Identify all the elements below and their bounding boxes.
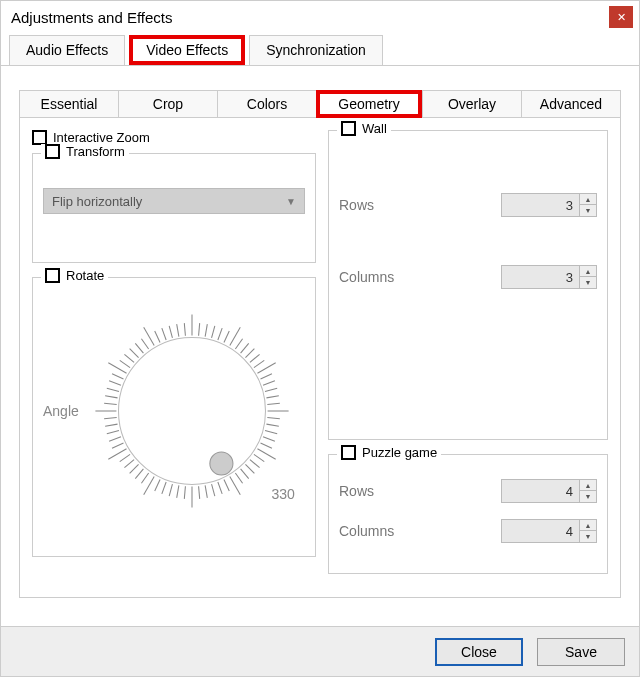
footer: Close Save bbox=[1, 626, 639, 676]
stepper-up-icon[interactable]: ▲ bbox=[580, 480, 596, 491]
svg-line-4 bbox=[211, 326, 214, 338]
tab-essential[interactable]: Essential bbox=[19, 90, 118, 118]
svg-line-10 bbox=[245, 349, 254, 358]
rotate-checkbox[interactable] bbox=[45, 268, 60, 283]
tab-video-effects[interactable]: Video Effects bbox=[129, 35, 245, 65]
tab-overlay[interactable]: Overlay bbox=[422, 90, 521, 118]
tab-advanced[interactable]: Advanced bbox=[521, 90, 621, 118]
svg-line-18 bbox=[267, 403, 280, 404]
stepper-down-icon[interactable]: ▼ bbox=[580, 277, 596, 288]
tab-colors[interactable]: Colors bbox=[217, 90, 316, 118]
svg-line-17 bbox=[266, 396, 278, 398]
right-column: Wall Rows 3 ▲▼ Columns 3 ▲▼ bbox=[328, 130, 608, 585]
svg-line-60 bbox=[112, 374, 123, 379]
svg-line-56 bbox=[104, 403, 117, 404]
close-button[interactable]: Close bbox=[435, 638, 523, 666]
svg-line-45 bbox=[135, 469, 143, 479]
svg-line-47 bbox=[124, 460, 134, 468]
titlebar: Adjustments and Effects ✕ bbox=[1, 1, 639, 33]
sub-tab-bar: Essential Crop Colors Geometry Overlay A… bbox=[19, 90, 621, 118]
stepper-down-icon[interactable]: ▼ bbox=[580, 491, 596, 502]
svg-line-21 bbox=[266, 424, 278, 426]
rotate-label: Rotate bbox=[66, 268, 104, 283]
wall-cols-value: 3 bbox=[502, 270, 579, 285]
svg-line-54 bbox=[104, 418, 117, 419]
svg-line-71 bbox=[176, 324, 178, 336]
svg-line-14 bbox=[260, 374, 271, 379]
svg-line-65 bbox=[135, 343, 143, 353]
svg-line-20 bbox=[267, 418, 280, 419]
transform-label: Transform bbox=[66, 144, 125, 159]
puzzle-cols-stepper[interactable]: 4 ▲▼ bbox=[501, 519, 597, 543]
puzzle-group: Puzzle game Rows 4 ▲▼ Columns 4 bbox=[328, 454, 608, 574]
svg-line-7 bbox=[230, 327, 241, 345]
svg-line-72 bbox=[184, 323, 185, 336]
svg-line-53 bbox=[105, 424, 117, 426]
puzzle-label: Puzzle game bbox=[362, 445, 437, 460]
svg-point-0 bbox=[118, 338, 265, 485]
svg-line-51 bbox=[109, 437, 121, 441]
angle-label: Angle bbox=[43, 403, 79, 419]
svg-line-26 bbox=[254, 454, 264, 461]
stepper-up-icon[interactable]: ▲ bbox=[580, 266, 596, 277]
svg-line-43 bbox=[144, 476, 155, 494]
svg-line-34 bbox=[211, 484, 214, 496]
tab-geometry[interactable]: Geometry bbox=[316, 90, 422, 118]
svg-line-22 bbox=[265, 431, 277, 434]
stepper-down-icon[interactable]: ▼ bbox=[580, 205, 596, 216]
transform-checkbox[interactable] bbox=[45, 144, 60, 159]
svg-line-30 bbox=[235, 473, 242, 483]
svg-line-6 bbox=[224, 331, 229, 342]
svg-line-63 bbox=[124, 354, 134, 362]
svg-line-57 bbox=[105, 396, 117, 398]
wall-group: Wall Rows 3 ▲▼ Columns 3 ▲▼ bbox=[328, 130, 608, 440]
svg-line-32 bbox=[224, 480, 229, 491]
wall-checkbox[interactable] bbox=[341, 121, 356, 136]
svg-line-52 bbox=[107, 431, 119, 434]
svg-line-48 bbox=[120, 454, 130, 461]
puzzle-rows-value: 4 bbox=[502, 484, 579, 499]
wall-cols-stepper[interactable]: 3 ▲▼ bbox=[501, 265, 597, 289]
transform-select[interactable]: Flip horizontally ▼ bbox=[43, 188, 305, 214]
stepper-up-icon[interactable]: ▲ bbox=[580, 194, 596, 205]
transform-group: Transform Flip horizontally ▼ bbox=[32, 153, 316, 263]
svg-line-42 bbox=[155, 480, 160, 491]
svg-line-68 bbox=[155, 331, 160, 342]
svg-line-69 bbox=[162, 328, 166, 340]
svg-line-3 bbox=[205, 324, 207, 336]
svg-line-36 bbox=[198, 486, 199, 499]
transform-select-value: Flip horizontally bbox=[52, 194, 142, 209]
interactive-zoom-checkbox[interactable] bbox=[32, 130, 47, 145]
close-icon[interactable]: ✕ bbox=[609, 6, 633, 28]
puzzle-checkbox[interactable] bbox=[341, 445, 356, 460]
tab-audio-effects[interactable]: Audio Effects bbox=[9, 35, 125, 65]
tab-crop[interactable]: Crop bbox=[118, 90, 217, 118]
svg-line-62 bbox=[120, 360, 130, 367]
angle-dial[interactable]: 330 bbox=[87, 306, 297, 516]
svg-line-23 bbox=[263, 437, 275, 441]
svg-point-73 bbox=[210, 452, 233, 475]
svg-line-8 bbox=[235, 339, 242, 349]
chevron-down-icon: ▼ bbox=[286, 196, 296, 207]
geometry-panel: Interactive Zoom Transform Flip horizont… bbox=[19, 118, 621, 598]
svg-line-9 bbox=[240, 343, 248, 353]
svg-line-41 bbox=[162, 482, 166, 494]
svg-line-24 bbox=[260, 443, 271, 448]
svg-line-40 bbox=[169, 484, 172, 496]
puzzle-rows-stepper[interactable]: 4 ▲▼ bbox=[501, 479, 597, 503]
svg-line-15 bbox=[263, 381, 275, 385]
svg-line-28 bbox=[245, 464, 254, 473]
svg-line-5 bbox=[218, 328, 222, 340]
stepper-down-icon[interactable]: ▼ bbox=[580, 531, 596, 542]
svg-line-50 bbox=[112, 443, 123, 448]
svg-line-67 bbox=[144, 327, 155, 345]
svg-line-58 bbox=[107, 388, 119, 391]
tab-synchronization[interactable]: Synchronization bbox=[249, 35, 383, 65]
wall-rows-stepper[interactable]: 3 ▲▼ bbox=[501, 193, 597, 217]
puzzle-rows-label: Rows bbox=[339, 483, 374, 499]
save-button[interactable]: Save bbox=[537, 638, 625, 666]
stepper-up-icon[interactable]: ▲ bbox=[580, 520, 596, 531]
svg-line-70 bbox=[169, 326, 172, 338]
interactive-zoom-label: Interactive Zoom bbox=[53, 130, 150, 145]
svg-line-13 bbox=[257, 363, 275, 374]
